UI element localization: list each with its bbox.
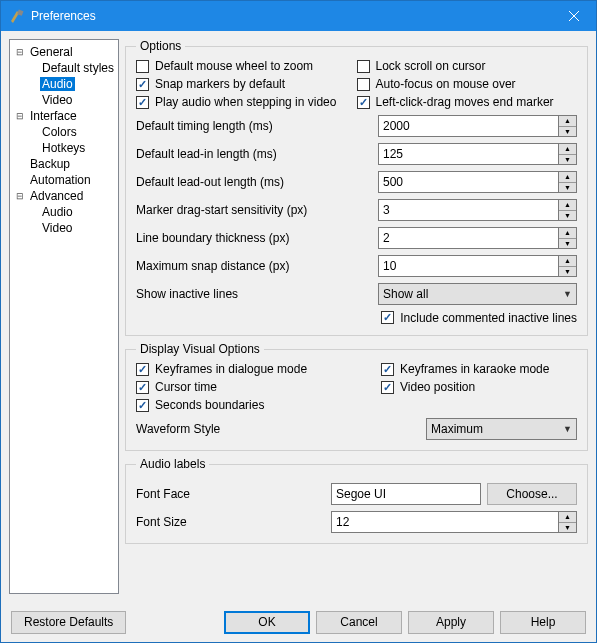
lbl-waveform-style: Waveform Style	[136, 422, 426, 436]
spin-lead-in[interactable]: ▲▼	[559, 143, 577, 165]
chk-cursor-time[interactable]	[136, 381, 149, 394]
apply-button[interactable]: Apply	[408, 611, 494, 634]
lbl-timing-length: Default timing length (ms)	[136, 119, 378, 133]
spin-lead-out[interactable]: ▲▼	[559, 171, 577, 193]
tree-default-styles[interactable]: Default styles	[40, 61, 116, 75]
tree-toggle[interactable]: ⊟	[14, 46, 26, 58]
tree-adv-audio[interactable]: Audio	[40, 205, 75, 219]
chevron-down-icon[interactable]: ▼	[559, 267, 576, 277]
chevron-up-icon[interactable]: ▲	[559, 512, 576, 523]
dropdown-value: Show all	[383, 287, 563, 301]
input-line-boundary[interactable]	[378, 227, 559, 249]
chevron-down-icon: ▼	[563, 424, 572, 434]
input-font-size[interactable]	[331, 511, 559, 533]
options-group: Options Default mouse wheel to zoom Lock…	[125, 39, 588, 336]
chk-auto-focus[interactable]	[357, 78, 370, 91]
window-title: Preferences	[31, 9, 551, 23]
chevron-up-icon[interactable]: ▲	[559, 200, 576, 211]
tree-hotkeys[interactable]: Hotkeys	[40, 141, 87, 155]
tree-toggle[interactable]: ⊟	[14, 190, 26, 202]
lbl-lead-in: Default lead-in length (ms)	[136, 147, 378, 161]
tree-video[interactable]: Video	[40, 93, 74, 107]
chevron-down-icon[interactable]: ▼	[559, 523, 576, 533]
lbl-line-boundary: Line boundary thickness (px)	[136, 231, 378, 245]
chevron-down-icon[interactable]: ▼	[559, 183, 576, 193]
chk-play-audio-step[interactable]	[136, 96, 149, 109]
display-group: Display Visual Options Keyframes in dial…	[125, 342, 588, 451]
lbl-cursor-time: Cursor time	[155, 380, 217, 394]
lbl-keyframes-karaoke: Keyframes in karaoke mode	[400, 362, 549, 376]
lbl-play-audio-step: Play audio when stepping in video	[155, 95, 336, 109]
chevron-down-icon: ▼	[563, 289, 572, 299]
spin-marker-drag[interactable]: ▲▼	[559, 199, 577, 221]
preferences-window: Preferences ⊟ General Default styles Aud…	[0, 0, 597, 643]
tree-colors[interactable]: Colors	[40, 125, 79, 139]
dropdown-waveform-style[interactable]: Maximum ▼	[426, 418, 577, 440]
titlebar: Preferences	[1, 1, 596, 31]
chk-snap-markers[interactable]	[136, 78, 149, 91]
tree-audio[interactable]: Audio	[40, 77, 75, 91]
lbl-keyframes-dialogue: Keyframes in dialogue mode	[155, 362, 307, 376]
lbl-video-position: Video position	[400, 380, 475, 394]
input-timing-length[interactable]	[378, 115, 559, 137]
tree-interface[interactable]: Interface	[28, 109, 79, 123]
display-legend: Display Visual Options	[136, 342, 264, 356]
choose-font-button[interactable]: Choose...	[487, 483, 577, 505]
chevron-down-icon[interactable]: ▼	[559, 239, 576, 249]
lbl-include-commented: Include commented inactive lines	[400, 311, 577, 325]
chk-include-commented[interactable]	[381, 311, 394, 324]
dropdown-value: Maximum	[431, 422, 563, 436]
lbl-auto-focus: Auto-focus on mouse over	[376, 77, 516, 91]
input-lead-in[interactable]	[378, 143, 559, 165]
lbl-font-face: Font Face	[136, 487, 331, 501]
spin-line-boundary[interactable]: ▲▼	[559, 227, 577, 249]
spin-timing-length[interactable]: ▲▼	[559, 115, 577, 137]
chk-seconds-boundaries[interactable]	[136, 399, 149, 412]
lbl-lock-scroll: Lock scroll on cursor	[376, 59, 486, 73]
tree-adv-video[interactable]: Video	[40, 221, 74, 235]
chk-left-click-drag[interactable]	[357, 96, 370, 109]
lbl-max-snap: Maximum snap distance (px)	[136, 259, 378, 273]
options-legend: Options	[136, 39, 185, 53]
chevron-down-icon[interactable]: ▼	[559, 211, 576, 221]
help-button[interactable]: Help	[500, 611, 586, 634]
dialog-button-bar: Restore Defaults OK Cancel Apply Help	[1, 602, 596, 642]
tree-toggle[interactable]: ⊟	[14, 110, 26, 122]
audio-labels-group: Audio labels Font Face Choose... Font Si…	[125, 457, 588, 544]
settings-panel: Options Default mouse wheel to zoom Lock…	[125, 39, 588, 594]
input-max-snap[interactable]	[378, 255, 559, 277]
chk-video-position[interactable]	[381, 381, 394, 394]
spin-max-snap[interactable]: ▲▼	[559, 255, 577, 277]
input-lead-out[interactable]	[378, 171, 559, 193]
chevron-down-icon[interactable]: ▼	[559, 127, 576, 137]
cancel-button[interactable]: Cancel	[316, 611, 402, 634]
lbl-marker-drag: Marker drag-start sensitivity (px)	[136, 203, 378, 217]
lbl-font-size: Font Size	[136, 515, 331, 529]
dropdown-show-inactive[interactable]: Show all ▼	[378, 283, 577, 305]
spin-font-size[interactable]: ▲▼	[559, 511, 577, 533]
app-icon	[9, 8, 25, 24]
chevron-up-icon[interactable]: ▲	[559, 116, 576, 127]
chevron-up-icon[interactable]: ▲	[559, 172, 576, 183]
chevron-up-icon[interactable]: ▲	[559, 144, 576, 155]
tree-automation[interactable]: Automation	[28, 173, 93, 187]
ok-button[interactable]: OK	[224, 611, 310, 634]
tree-backup[interactable]: Backup	[28, 157, 72, 171]
content-area: ⊟ General Default styles Audio Video ⊟ I…	[1, 31, 596, 602]
input-marker-drag[interactable]	[378, 199, 559, 221]
tree-advanced[interactable]: Advanced	[28, 189, 85, 203]
chk-keyframes-dialogue[interactable]	[136, 363, 149, 376]
chevron-up-icon[interactable]: ▲	[559, 256, 576, 267]
chevron-up-icon[interactable]: ▲	[559, 228, 576, 239]
chk-lock-scroll[interactable]	[357, 60, 370, 73]
tree-general[interactable]: General	[28, 45, 75, 59]
input-font-face[interactable]	[331, 483, 481, 505]
chk-keyframes-karaoke[interactable]	[381, 363, 394, 376]
restore-defaults-button[interactable]: Restore Defaults	[11, 611, 126, 634]
lbl-seconds-boundaries: Seconds boundaries	[155, 398, 264, 412]
chk-mouse-wheel-zoom[interactable]	[136, 60, 149, 73]
close-button[interactable]	[551, 1, 596, 31]
chevron-down-icon[interactable]: ▼	[559, 155, 576, 165]
category-tree: ⊟ General Default styles Audio Video ⊟ I…	[9, 39, 119, 594]
lbl-mouse-wheel-zoom: Default mouse wheel to zoom	[155, 59, 313, 73]
